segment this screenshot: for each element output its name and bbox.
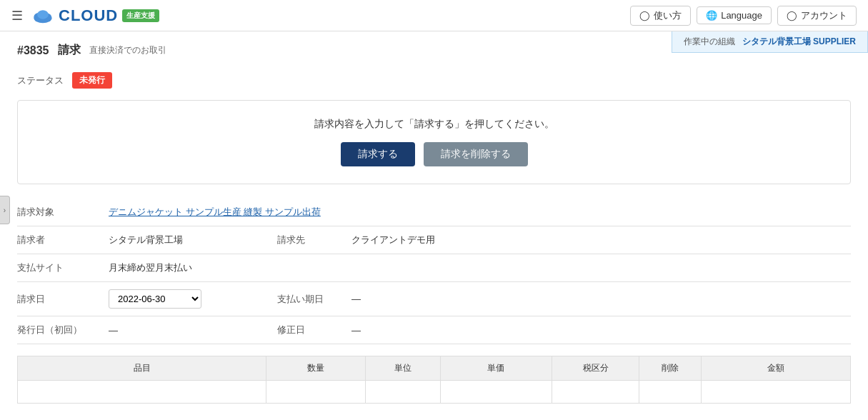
menu-icon[interactable]: ☰ [11, 8, 23, 24]
col-delete-header: 削除 [639, 356, 702, 381]
account-button[interactable]: ◯ アカウント [777, 6, 857, 26]
grid-cell-price-1[interactable] [440, 381, 552, 404]
grid-cell-qty-1[interactable] [266, 381, 366, 404]
header-left: ☰ CLOUD 生産支援 [11, 6, 159, 25]
org-bar: 作業中の組織 シタテル背景工場 SUPPLIER [672, 31, 868, 53]
language-label: Language [721, 10, 762, 21]
grid-cell-tax-1[interactable] [552, 381, 639, 404]
invoice-date-label: 請求日 [17, 282, 103, 316]
payment-due-value: — [346, 282, 851, 316]
header: ☰ CLOUD 生産支援 ◯ 使い方 🌐 Language ◯ アカウント [0, 0, 868, 31]
revision-date-value: — [346, 316, 851, 344]
info-card: 請求内容を入力して「請求する」を押してください。 請求する 請求を削除する [17, 100, 851, 184]
grid-cell-unit-1[interactable] [366, 381, 440, 404]
org-bar-name: シタテル背景工場 SUPPLIER [742, 36, 856, 46]
grid-cell-amount-1 [702, 381, 851, 404]
issue-date-row: 発行日（初回） — 修正日 — [17, 316, 851, 344]
recipient-value: クライアントデモ用 [346, 226, 851, 254]
sidebar-toggle[interactable]: › [0, 196, 10, 224]
grid-row-1 [18, 381, 851, 404]
grid-cell-delete-1[interactable] [639, 381, 702, 404]
revision-date-label: 修正日 [260, 316, 346, 344]
page-type: 請求 [58, 43, 81, 58]
card-buttons: 請求する 請求を削除する [41, 142, 827, 166]
issue-date-label: 発行日（初回） [17, 316, 103, 344]
page-id: #3835 [17, 44, 49, 57]
col-qty-header: 数量 [266, 356, 366, 381]
payment-site-value: 月末締め翌月末払い [103, 254, 851, 282]
status-row: ステータス 未発行 [17, 72, 851, 89]
logo-badge: 生産支援 [122, 9, 159, 22]
help-label: 使い方 [654, 9, 682, 22]
payment-site-row: 支払サイト 月末締め翌月末払い [17, 254, 851, 282]
requester-row: 請求者 シタテル背景工場 請求先 クライアントデモ用 [17, 226, 851, 254]
language-icon: 🌐 [706, 10, 717, 21]
col-amount-header: 金額 [702, 356, 851, 381]
org-bar-label: 作業中の組織 [684, 36, 735, 46]
account-label: アカウント [801, 9, 847, 22]
issue-date-value: — [103, 316, 260, 344]
target-row: 請求対象 デニムジャケット サンプル生産 縫製 サンプル出荷 [17, 199, 851, 226]
grid-table: 品目 数量 単位 単価 税区分 削除 金額 [17, 356, 851, 404]
cloud-logo-icon [31, 8, 54, 24]
submit-invoice-button[interactable]: 請求する [341, 142, 415, 166]
payment-due-label: 支払い期日 [260, 282, 346, 316]
main-content: #3835 請求 直接決済でのお取引 ステータス 未発行 請求内容を入力して「請… [0, 31, 868, 420]
help-button[interactable]: ◯ 使い方 [630, 6, 691, 26]
svg-point-3 [37, 10, 49, 19]
info-card-message: 請求内容を入力して「請求する」を押してください。 [41, 118, 827, 131]
requester-label: 請求者 [17, 226, 103, 254]
main-panel: #3835 請求 直接決済でのお取引 ステータス 未発行 請求内容を入力して「請… [0, 31, 868, 420]
status-badge: 未発行 [72, 72, 112, 89]
invoice-date-row: 請求日 2022-06-30 支払い期日 — [17, 282, 851, 316]
col-price-header: 単価 [440, 356, 552, 381]
account-icon: ◯ [787, 10, 797, 21]
help-icon: ◯ [639, 10, 650, 21]
invoice-date-select[interactable]: 2022-06-30 [109, 289, 201, 309]
requester-value: シタテル背景工場 [103, 226, 260, 254]
col-unit-header: 単位 [366, 356, 440, 381]
status-label: ステータス [17, 74, 64, 87]
grid-header-row: 品目 数量 単位 単価 税区分 削除 金額 [18, 356, 851, 381]
recipient-label: 請求先 [260, 226, 346, 254]
page-note: 直接決済でのお取引 [89, 44, 166, 56]
logo-area: CLOUD 生産支援 [31, 6, 159, 25]
target-label: 請求対象 [17, 199, 103, 226]
delete-invoice-button[interactable]: 請求を削除する [424, 142, 528, 166]
detail-table: 請求対象 デニムジャケット サンプル生産 縫製 サンプル出荷 請求者 シタテル背… [17, 199, 851, 344]
col-item-header: 品目 [18, 356, 266, 381]
logo-text: CLOUD [59, 6, 118, 25]
header-right: ◯ 使い方 🌐 Language ◯ アカウント [630, 6, 857, 26]
target-link[interactable]: デニムジャケット サンプル生産 縫製 サンプル出荷 [109, 206, 321, 217]
payment-site-label: 支払サイト [17, 254, 103, 282]
language-button[interactable]: 🌐 Language [697, 6, 772, 24]
col-tax-header: 税区分 [552, 356, 639, 381]
grid-cell-item-1[interactable] [18, 381, 266, 404]
